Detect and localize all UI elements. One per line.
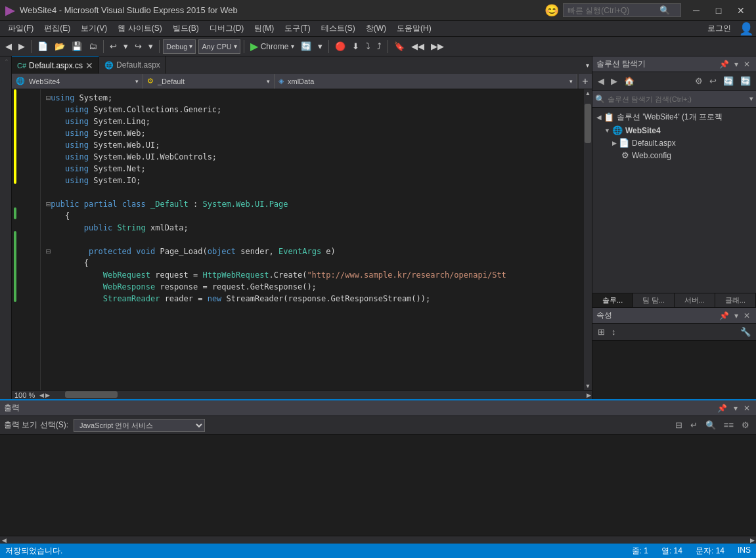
scroll-down-arrow[interactable]: ▼ bbox=[584, 382, 592, 390]
panel-menu-button[interactable]: ▾ bbox=[732, 59, 740, 70]
se-refresh[interactable]: 🔄 bbox=[721, 75, 736, 87]
run-button[interactable]: ▶ Chrome ▾ bbox=[248, 39, 298, 54]
redo-dropdown[interactable]: ▾ bbox=[146, 40, 156, 53]
vscroll-track[interactable] bbox=[584, 97, 592, 382]
se-nav-back[interactable]: ◀ bbox=[595, 75, 607, 87]
se-settings[interactable]: ⚙ bbox=[692, 75, 705, 87]
menu-edit[interactable]: 편집(E) bbox=[39, 22, 76, 35]
step-over-button[interactable]: ⬇ bbox=[349, 40, 362, 53]
output-sync-btn[interactable]: ≡≡ bbox=[721, 419, 736, 431]
project-dropdown[interactable]: 🌐 WebSite4 ▾ bbox=[12, 74, 143, 89]
se-tab-server[interactable]: 서버... bbox=[675, 293, 715, 307]
class-dropdown[interactable]: ⚙ _Default ▾ bbox=[143, 74, 275, 89]
menu-test[interactable]: 테스트(S) bbox=[316, 22, 361, 35]
member-dropdown[interactable]: ◈ xmlData ▾ bbox=[275, 74, 577, 89]
scroll-up-arrow[interactable]: ▲ bbox=[584, 89, 592, 97]
menu-window[interactable]: 창(W) bbox=[361, 22, 391, 35]
undo-button[interactable]: ↩ bbox=[107, 40, 120, 53]
close-tab-button[interactable]: ▾ bbox=[583, 56, 592, 74]
menu-tools[interactable]: 도구(T) bbox=[279, 22, 315, 35]
se-tab-class[interactable]: 클래... bbox=[715, 293, 756, 307]
hscroll-end-arrow[interactable]: ▶ bbox=[586, 391, 592, 399]
props-pin-button[interactable]: 📌 bbox=[717, 311, 731, 321]
back-button[interactable]: ◀ bbox=[3, 40, 14, 53]
se-tab-team[interactable]: 팀 탐... bbox=[633, 293, 674, 307]
props-sort-btn[interactable]: ↕ bbox=[609, 326, 619, 338]
hscroll-left-arrow[interactable]: ◀ bbox=[39, 391, 45, 399]
props-categorized-btn[interactable]: ⊞ bbox=[595, 326, 608, 338]
refresh-button[interactable]: 🔄 bbox=[298, 40, 314, 53]
hscroll-track[interactable] bbox=[52, 391, 586, 399]
tree-file-default-aspx[interactable]: 📄 Default.aspx bbox=[608, 137, 756, 149]
se-expand[interactable]: 🔄 bbox=[738, 75, 753, 87]
se-nav-forward[interactable]: ▶ bbox=[608, 75, 620, 87]
step-into-button[interactable]: ⤵ bbox=[363, 40, 373, 53]
output-close-button[interactable]: ✕ bbox=[742, 403, 752, 414]
menu-view[interactable]: 보기(V) bbox=[76, 22, 112, 35]
se-home[interactable]: 🏠 bbox=[621, 75, 637, 87]
bookmark-button[interactable]: 🔖 bbox=[391, 40, 407, 53]
nav-btn1[interactable]: ◀◀ bbox=[409, 40, 427, 53]
output-clear-btn[interactable]: ⊟ bbox=[673, 419, 685, 431]
quick-launch-input[interactable] bbox=[567, 6, 659, 15]
vscroll-thumb[interactable] bbox=[585, 104, 591, 143]
debug-mode-dropdown[interactable]: Debug ▾ bbox=[163, 39, 196, 54]
se-search-settings[interactable]: ▾ bbox=[749, 95, 753, 103]
props-wrench-btn[interactable]: 🔧 bbox=[738, 326, 753, 338]
tab-default-aspx[interactable]: 🌐 Default.aspx bbox=[99, 56, 166, 74]
close-button[interactable]: ✕ bbox=[731, 4, 751, 17]
new-vertical-tab-button[interactable]: + bbox=[579, 74, 592, 89]
se-tab-solution[interactable]: 솔루... bbox=[592, 293, 633, 307]
menu-website[interactable]: 웹 사이트(S) bbox=[112, 22, 167, 35]
login-button[interactable]: 로그인 bbox=[702, 22, 736, 35]
tree-solution[interactable]: ◀ 📋 솔루션 'WebSite4' (1개 프로젝 bbox=[592, 110, 756, 124]
output-settings-btn[interactable]: ⚙ bbox=[739, 419, 752, 431]
restore-button[interactable]: □ bbox=[709, 4, 728, 17]
code-inner[interactable]: ⊟using System; using System.Collections.… bbox=[41, 89, 584, 390]
output-pin-button[interactable]: 📌 bbox=[715, 403, 729, 414]
breakpoint-button[interactable]: 🔴 bbox=[332, 40, 348, 53]
tab-close-cs[interactable]: ✕ bbox=[85, 61, 93, 70]
output-word-wrap-btn[interactable]: ↵ bbox=[688, 419, 700, 431]
panel-close-button[interactable]: ✕ bbox=[742, 59, 752, 70]
undo-dropdown[interactable]: ▾ bbox=[121, 40, 131, 53]
props-menu-button[interactable]: ▾ bbox=[732, 311, 740, 321]
save-all-button[interactable]: 🗂 bbox=[86, 40, 100, 53]
se-collapse[interactable]: ↩ bbox=[707, 75, 719, 87]
menu-file[interactable]: 파일(F) bbox=[3, 22, 39, 35]
tree-project[interactable]: 🌐 WebSite4 bbox=[600, 124, 756, 137]
file-expand-arrow[interactable] bbox=[612, 139, 617, 146]
output-hscroll-right[interactable]: ▶ bbox=[748, 536, 756, 544]
output-source-select[interactable]: JavaScript 언어 서비스 bbox=[74, 419, 205, 432]
tree-file-web-config[interactable]: ⚙ Web.config bbox=[608, 149, 756, 161]
vertical-scrollbar[interactable]: ▲ ▼ bbox=[584, 89, 592, 390]
nav-btn2[interactable]: ▶▶ bbox=[428, 40, 447, 53]
tab-default-aspx-cs[interactable]: C# Default.aspx.cs ✕ bbox=[12, 56, 99, 74]
menu-team[interactable]: 팀(M) bbox=[249, 22, 279, 35]
side-tab-item[interactable]: ‹ bbox=[0, 56, 11, 64]
hscroll-right-arrow[interactable]: ▶ bbox=[45, 391, 51, 399]
output-hscroll-track[interactable] bbox=[8, 537, 748, 544]
output-find-btn[interactable]: 🔍 bbox=[703, 419, 719, 431]
save-button[interactable]: 💾 bbox=[69, 40, 85, 53]
menu-build[interactable]: 빌드(B) bbox=[167, 22, 204, 35]
new-button[interactable]: 📄 bbox=[35, 40, 51, 53]
platform-dropdown[interactable]: Any CPU ▾ bbox=[198, 39, 240, 54]
user-icon[interactable]: 👤 bbox=[739, 22, 753, 36]
menu-debug[interactable]: 디버그(D) bbox=[204, 22, 250, 35]
refresh-dropdown[interactable]: ▾ bbox=[315, 40, 325, 53]
output-menu-button[interactable]: ▾ bbox=[732, 403, 740, 414]
quick-launch-box[interactable]: 🔍 bbox=[563, 3, 681, 17]
solution-expand-arrow[interactable]: ◀ bbox=[596, 114, 602, 121]
step-out-button[interactable]: ⤴ bbox=[374, 40, 384, 53]
redo-button[interactable]: ↪ bbox=[132, 40, 145, 53]
open-button[interactable]: 📂 bbox=[52, 40, 68, 53]
menu-help[interactable]: 도움말(H) bbox=[391, 22, 437, 35]
forward-button[interactable]: ▶ bbox=[16, 40, 28, 53]
se-search-input[interactable] bbox=[608, 95, 749, 103]
output-hscroll-left[interactable]: ◀ bbox=[0, 536, 8, 544]
pin-button[interactable]: 📌 bbox=[717, 59, 731, 70]
minimize-button[interactable]: ─ bbox=[686, 4, 706, 17]
props-close-button[interactable]: ✕ bbox=[742, 311, 752, 321]
code-text[interactable]: ⊟using System; using System.Collections.… bbox=[41, 89, 584, 307]
